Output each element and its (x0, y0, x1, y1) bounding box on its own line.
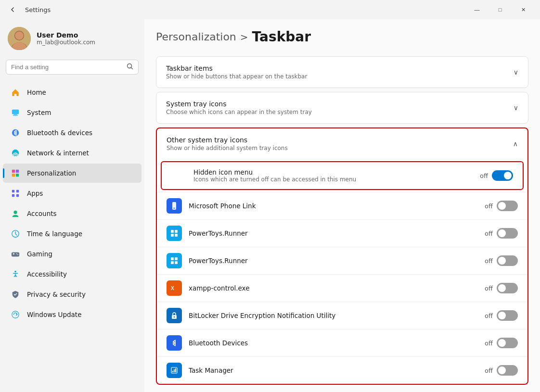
main-content: Personalization > Taskbar Taskbar items … (144, 19, 540, 392)
minimize-button[interactable]: — (466, 2, 488, 17)
app-container: User Demo m_lab@outlook.com (0, 19, 540, 392)
item-icon-bitlocker (167, 308, 182, 323)
svg-point-3 (15, 31, 24, 40)
search-icon (127, 63, 133, 71)
nav-item-gaming[interactable]: Gaming (3, 244, 141, 264)
nav-item-apps[interactable]: Apps (3, 184, 141, 203)
item-xampp: X xampp-control.exe off (157, 274, 527, 302)
svg-rect-44 (174, 369, 175, 372)
nav-item[interactable]: Home (3, 83, 141, 102)
toggle-bitlocker[interactable] (497, 310, 518, 321)
section-other-tray: Other system tray icons Show or hide add… (156, 127, 528, 385)
toggle-label-task-manager: off (485, 367, 493, 374)
nav-item-time[interactable]: Time & language (3, 224, 141, 243)
nav-label-gaming: Gaming (27, 250, 52, 258)
item-name-phone-link: Microsoft Phone Link (189, 202, 478, 210)
svg-point-26 (17, 254, 18, 255)
search-input[interactable] (11, 63, 123, 71)
section-system-tray-title: System tray icons (166, 100, 312, 108)
other-tray-items: Hidden icon menu Icons which are turned … (157, 161, 527, 384)
item-hidden-icon-menu: Hidden icon menu Icons which are turned … (161, 161, 524, 190)
nav-label-time: Time & language (27, 230, 82, 238)
item-icon-task-manager (167, 363, 182, 378)
svg-rect-43 (172, 371, 173, 372)
user-info: User Demo m_lab@outlook.com (37, 31, 95, 46)
svg-point-25 (16, 253, 17, 254)
svg-rect-45 (175, 368, 176, 372)
nav-item-personalization[interactable]: Personalization (3, 164, 141, 183)
section-taskbar-items-header[interactable]: Taskbar items Show or hide buttons that … (156, 57, 528, 88)
svg-rect-19 (16, 194, 19, 197)
nav-item-network[interactable]: Network & internet (3, 143, 141, 163)
nav-label-accessibility: Accessibility (27, 270, 67, 278)
toggle-label-powertoys1: off (485, 230, 493, 237)
nav-item-bluetooth[interactable]: Bluetooth & devices (3, 123, 141, 142)
svg-point-27 (14, 271, 16, 273)
item-name-xampp: xampp-control.exe (189, 284, 478, 292)
nav-item-privacy[interactable]: Privacy & security (3, 285, 141, 304)
nav-item-system[interactable]: System (3, 103, 141, 122)
toggle-label-phone-link: off (485, 202, 493, 210)
item-icon-hidden-menu (171, 168, 187, 183)
item-icon-powertoys1 (167, 226, 182, 241)
nav-label-system: System (27, 109, 51, 116)
accounts-icon (11, 209, 20, 218)
svg-rect-38 (175, 261, 178, 264)
nav-label-update: Windows Update (27, 311, 81, 318)
toggle-label-powertoys2: off (485, 257, 493, 265)
svg-point-28 (12, 311, 19, 318)
apps-icon (11, 189, 20, 198)
breadcrumb: Personalization > Taskbar (156, 29, 528, 45)
user-name: User Demo (37, 31, 95, 39)
home-icon (11, 88, 20, 97)
svg-rect-17 (16, 190, 19, 192)
toggle-powertoys2[interactable] (497, 255, 518, 266)
svg-rect-32 (175, 230, 178, 233)
nav-label-personalization: Personalization (27, 169, 76, 177)
item-name-task-manager: Task Manager (189, 367, 478, 374)
item-name-bitlocker: BitLocker Drive Encryption Notification … (189, 312, 478, 319)
update-icon (11, 310, 20, 319)
search-box[interactable] (6, 60, 139, 75)
svg-rect-6 (12, 110, 19, 114)
item-name-bluetooth-devices: Bluetooth Devices (189, 339, 478, 347)
user-profile[interactable]: User Demo m_lab@outlook.com (0, 19, 144, 60)
search-container (0, 60, 144, 82)
toggle-bluetooth-devices[interactable] (497, 338, 518, 348)
window-controls: — □ ✕ (466, 2, 534, 17)
section-taskbar-items: Taskbar items Show or hide buttons that … (156, 56, 528, 88)
toggle-label-bluetooth-devices: off (485, 340, 493, 347)
network-icon (11, 148, 20, 158)
maximize-button[interactable]: □ (489, 2, 511, 17)
toggle-phone-link[interactable] (497, 201, 518, 211)
nav-label-network: Network & internet (27, 149, 89, 157)
nav-label-apps: Apps (27, 190, 43, 197)
section-system-tray-header[interactable]: System tray icons Choose which icons can… (156, 92, 528, 123)
breadcrumb-parent[interactable]: Personalization (156, 31, 236, 43)
item-icon-powertoys2 (167, 253, 182, 268)
item-icon-phone-link (167, 198, 182, 214)
system-icon (11, 108, 20, 117)
section-taskbar-items-chevron: ∨ (514, 68, 518, 76)
toggle-hidden-menu[interactable] (492, 170, 513, 181)
nav-label-accounts: Accounts (27, 210, 57, 217)
back-button[interactable] (6, 3, 19, 16)
svg-point-9 (12, 129, 19, 136)
item-name-powertoys2: PowerToys.Runner (189, 257, 478, 265)
svg-rect-33 (171, 234, 174, 237)
toggle-powertoys1[interactable] (497, 228, 518, 239)
section-other-tray-header[interactable]: Other system tray icons Show or hide add… (157, 128, 527, 159)
privacy-icon (11, 290, 20, 299)
nav-item-update[interactable]: Windows Update (3, 305, 141, 324)
nav-item-accounts[interactable]: Accounts (3, 204, 141, 223)
nav-item-accessibility[interactable]: Accessibility (3, 265, 141, 284)
close-button[interactable]: ✕ (512, 2, 534, 17)
svg-rect-14 (12, 174, 15, 177)
toggle-xampp[interactable] (497, 283, 518, 293)
svg-rect-8 (13, 115, 18, 115)
item-name-powertoys1: PowerToys.Runner (189, 229, 478, 237)
nav-label-home: Home (27, 89, 46, 96)
svg-point-20 (13, 211, 17, 214)
toggle-task-manager[interactable] (497, 365, 518, 376)
item-bluetooth-devices: Bluetooth Devices off (157, 329, 527, 356)
